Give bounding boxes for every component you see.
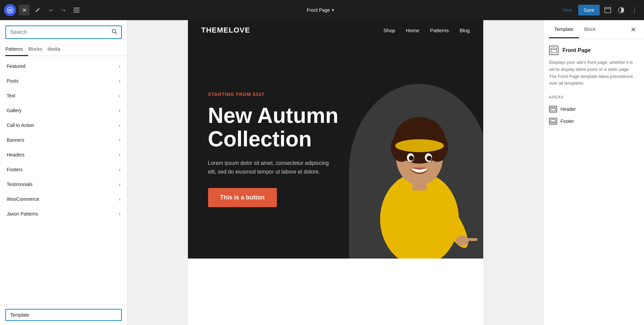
svg-rect-26: [551, 48, 556, 53]
site-nav: THEMELOVE Shop Home Patterns Blog: [188, 20, 483, 40]
svg-rect-2: [73, 8, 80, 8]
pattern-cta-chevron: ›: [119, 123, 120, 128]
svg-rect-3: [73, 10, 80, 10]
search-input[interactable]: [10, 29, 109, 35]
toolbar-center: Front Page ▾: [85, 7, 556, 13]
pattern-jaxon-chevron: ›: [119, 211, 120, 217]
svg-point-8: [112, 30, 116, 33]
pattern-testimonials[interactable]: Testimonials ›: [0, 177, 127, 192]
tab-media[interactable]: Media: [47, 43, 65, 56]
redo-button[interactable]: ↪: [58, 5, 68, 15]
nav-blog[interactable]: Blog: [459, 28, 469, 33]
pattern-headers[interactable]: Headers ›: [0, 147, 127, 162]
svg-rect-30: [551, 120, 555, 123]
search-icon: [112, 29, 117, 36]
nav-patterns[interactable]: Patterns: [430, 28, 449, 33]
area-footer-icon: [549, 118, 557, 125]
close-button[interactable]: ✕: [19, 5, 30, 15]
area-footer-label: Footer: [560, 119, 574, 124]
nav-shop[interactable]: Shop: [384, 28, 395, 33]
tab-template[interactable]: Template: [549, 21, 579, 38]
area-header[interactable]: Header: [549, 103, 639, 115]
template-title-row: Front Page: [549, 46, 639, 55]
pattern-cta[interactable]: Call to Action ›: [0, 118, 127, 133]
pattern-gallery[interactable]: Gallery ›: [0, 103, 127, 118]
hero-description: Lorem ipsum dolor sit amet, consectetur …: [208, 159, 336, 176]
main-layout: Patterns Blocks Media Featured › Posts ›…: [0, 0, 644, 325]
wp-logo[interactable]: W: [4, 4, 16, 16]
page-title: Front Page: [307, 7, 330, 13]
pen-button[interactable]: [32, 5, 43, 15]
tab-patterns[interactable]: Patterns: [5, 43, 28, 56]
pattern-woocommerce[interactable]: WooCommerce ›: [0, 192, 127, 206]
toolbar-right: View Save ⋮: [559, 5, 640, 15]
template-icon: [549, 46, 558, 55]
left-sidebar: Patterns Blocks Media Featured › Posts ›…: [0, 20, 128, 325]
history-buttons: ↩ ↪: [46, 5, 68, 15]
save-button[interactable]: Save: [578, 5, 600, 15]
undo-button[interactable]: ↩: [46, 5, 56, 15]
pattern-text[interactable]: Text ›: [0, 88, 127, 103]
list-view-button[interactable]: [71, 5, 82, 15]
right-panel: Template Block ✕ Front Page Displays you…: [543, 20, 644, 325]
pattern-jaxon[interactable]: Jaxon Patterns ›: [0, 206, 127, 221]
tabs-row: Patterns Blocks Media: [0, 43, 127, 56]
area-header-icon: [549, 106, 557, 112]
view-button[interactable]: View: [559, 5, 576, 15]
pattern-headers-chevron: ›: [119, 152, 120, 157]
tab-blocks[interactable]: Blocks: [28, 43, 47, 56]
template-name: Front Page: [562, 47, 591, 53]
sidebar-bottom-template[interactable]: Template: [0, 305, 127, 325]
site-nav-links: Shop Home Patterns Blog: [384, 28, 470, 33]
right-panel-close-button[interactable]: ✕: [628, 24, 639, 35]
canvas-area: THEMELOVE Shop Home Patterns Blog STARTI…: [128, 20, 543, 325]
svg-line-9: [115, 33, 117, 34]
pattern-text-chevron: ›: [119, 93, 120, 98]
nav-home[interactable]: Home: [406, 28, 419, 33]
pattern-footers[interactable]: Footers ›: [0, 162, 127, 177]
hero-content: STARTING FROM $347 New Autumn Collection…: [208, 92, 470, 207]
areas-label: AREAS: [549, 95, 639, 99]
pattern-testimonials-chevron: ›: [119, 182, 120, 187]
template-description: Displays your site's front page, whether…: [549, 59, 639, 87]
svg-point-24: [456, 236, 468, 246]
right-panel-header: Template Block ✕: [544, 20, 644, 39]
half-circle-button[interactable]: [616, 5, 627, 15]
more-options-button[interactable]: ⋮: [629, 5, 640, 15]
pattern-featured[interactable]: Featured ›: [0, 59, 127, 74]
area-footer[interactable]: Footer: [549, 115, 639, 127]
area-header-label: Header: [560, 106, 576, 112]
pattern-gallery-chevron: ›: [119, 108, 120, 113]
pattern-woocommerce-chevron: ›: [119, 196, 120, 202]
pattern-posts[interactable]: Posts ›: [0, 74, 127, 88]
site-logo: THEMELOVE: [201, 26, 250, 35]
svg-text:W: W: [8, 8, 12, 13]
svg-rect-4: [73, 12, 80, 12]
tab-block[interactable]: Block: [579, 21, 601, 38]
patterns-list: Featured › Posts › Text › Gallery › Call…: [0, 56, 127, 305]
page-title-chevron: ▾: [332, 8, 334, 12]
svg-rect-5: [605, 7, 611, 13]
right-panel-body: Front Page Displays your site's front pa…: [544, 39, 644, 325]
pattern-featured-chevron: ›: [119, 63, 120, 69]
hero-title: New Autumn Collection: [208, 104, 470, 151]
search-box: [0, 20, 127, 39]
pattern-banners[interactable]: Banners ›: [0, 133, 127, 147]
pattern-posts-chevron: ›: [119, 78, 120, 84]
hero-cta-button[interactable]: This is a button: [208, 188, 277, 207]
pattern-banners-chevron: ›: [119, 137, 120, 143]
svg-rect-25: [466, 238, 477, 241]
hero-section: STARTING FROM $347 New Autumn Collection…: [188, 40, 483, 259]
search-input-wrapper: [5, 26, 122, 39]
pattern-footers-chevron: ›: [119, 167, 120, 172]
layout-icon-button[interactable]: [602, 5, 613, 15]
svg-rect-28: [551, 107, 555, 111]
main-toolbar: W ✕ ↩ ↪ Front Page ▾ View Save ⋮: [0, 0, 644, 20]
site-preview: THEMELOVE Shop Home Patterns Blog STARTI…: [188, 20, 483, 325]
hero-subtitle: STARTING FROM $347: [208, 92, 470, 97]
